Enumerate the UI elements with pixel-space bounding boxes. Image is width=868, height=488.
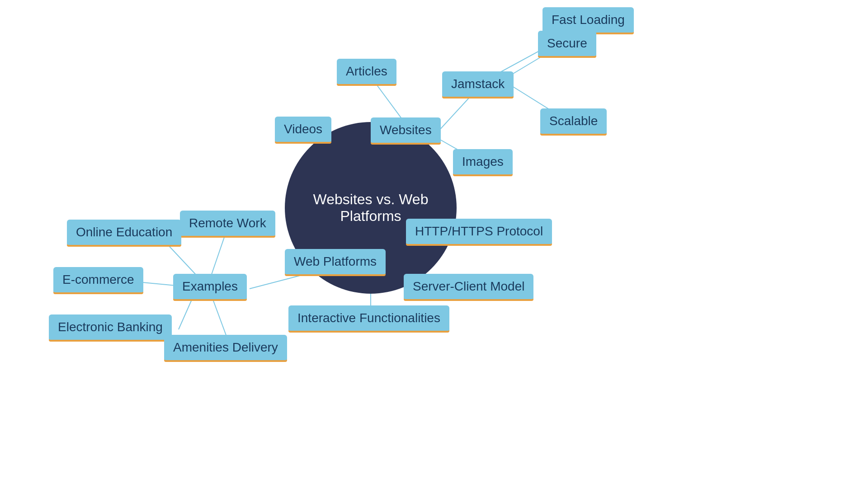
node-server-client: Server-Client Model — [404, 274, 533, 301]
node-websites: Websites — [371, 117, 441, 145]
node-scalable: Scalable — [540, 108, 607, 136]
node-videos: Videos — [275, 117, 331, 144]
node-electronic-banking: Electronic Banking — [49, 314, 172, 342]
node-interactive: Interactive Functionalities — [288, 305, 449, 333]
node-online-education: Online Education — [67, 220, 181, 247]
node-secure: Secure — [538, 31, 596, 58]
node-ecommerce: E-commerce — [53, 267, 143, 294]
node-http-protocol: HTTP/HTTPS Protocol — [406, 219, 552, 246]
node-images: Images — [453, 149, 513, 176]
node-web-platforms: Web Platforms — [285, 249, 386, 276]
node-fast-loading: Fast Loading — [542, 7, 634, 34]
node-examples: Examples — [173, 274, 247, 301]
node-articles: Articles — [337, 59, 396, 86]
node-jamstack: Jamstack — [442, 71, 514, 99]
node-remote-work: Remote Work — [180, 211, 275, 238]
mind-map-diagram: Websites vs. Web Platforms Websites Vide… — [0, 0, 868, 488]
node-amenities-delivery: Amenities Delivery — [164, 335, 287, 362]
